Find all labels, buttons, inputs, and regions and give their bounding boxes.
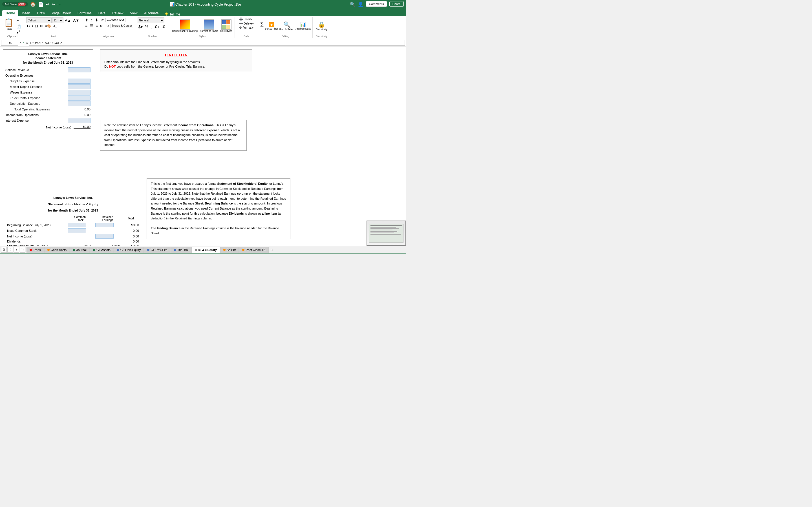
truck-rental-input[interactable] [68, 96, 91, 101]
sheet-tab-journal[interactable]: Journal [70, 247, 90, 253]
add-sheet-button[interactable]: + [269, 247, 276, 253]
home-icon[interactable]: 🏠 [30, 2, 36, 7]
sheet-tab-gl-assets[interactable]: GL Assets [90, 247, 114, 253]
cell-styles-button[interactable]: Cell Styles [220, 19, 233, 33]
align-middle-button[interactable]: ↕ [90, 17, 94, 22]
sheet-tab-balsht[interactable]: BalSht [220, 247, 239, 253]
sheet-tab-post-close[interactable]: Post Close TB [239, 247, 268, 253]
italic-button[interactable]: I [31, 24, 34, 29]
font-size-select[interactable]: 11 [52, 17, 63, 23]
sheet-tab-gl-rev[interactable]: GL Rev-Exp [144, 247, 170, 253]
sensitivity-button[interactable]: 🔒 Sensitivity [316, 17, 327, 34]
tab-pagelayout[interactable]: Page Layout [48, 10, 74, 16]
format-as-table-label: Format as Table [200, 30, 218, 33]
delete-button[interactable]: ➖Delete▾ [239, 22, 254, 25]
increase-decimal-button[interactable]: .0+ [153, 24, 160, 29]
sheet-nav-next[interactable]: ⟩ [13, 247, 19, 252]
number-format-select[interactable]: General [138, 17, 164, 23]
equity-beginning-retained-input[interactable] [95, 223, 114, 227]
tab-view[interactable]: View [127, 10, 141, 16]
analyze-data-button[interactable]: 📊 Analyze Data [296, 22, 311, 30]
indent-increase-button[interactable]: ⇥ [105, 23, 110, 28]
sum-button[interactable]: Σ▾ [260, 21, 264, 31]
align-top-button[interactable]: ⬆ [84, 17, 89, 22]
autosave-badge[interactable]: AutoSave OFF [2, 2, 28, 6]
sheet-tab-trial-bal[interactable]: Trial Bal [171, 247, 192, 253]
conditional-formatting-button[interactable]: Conditional Formatting [171, 19, 198, 33]
interest-expense-input[interactable] [68, 118, 91, 123]
equity-issue-common-input[interactable] [68, 228, 86, 233]
find-select-button[interactable]: 🔍 Find & Select [280, 21, 295, 31]
fill-color-button[interactable]: A🎨 [44, 24, 52, 28]
insert-function-icon[interactable]: fx [26, 41, 28, 45]
indent-decrease-button[interactable]: ⇤ [99, 23, 104, 28]
sheet-tab-gl-liab[interactable]: GL Liab-Equity [114, 247, 144, 253]
sheet-nav-first[interactable]: ⟨⟨ [1, 247, 7, 252]
wrap-text-button[interactable]: ⟺Wrap Text [105, 18, 125, 22]
comments-button[interactable]: Comments [366, 1, 387, 7]
sheet-nav-last[interactable]: ⟩⟩ [20, 247, 26, 252]
wages-expense-input[interactable] [68, 90, 91, 95]
more-icon[interactable]: ··· [57, 2, 61, 6]
tab-draw[interactable]: Draw [34, 10, 48, 16]
sort-filter-button[interactable]: 🔽 Sort & Filter [265, 22, 278, 30]
tab-automate[interactable]: Automate [141, 10, 162, 16]
tab-data[interactable]: Data [95, 10, 109, 16]
gl-rev-tab-dot [147, 249, 149, 251]
share-button[interactable]: Share [389, 1, 404, 7]
bold-button[interactable]: B [26, 24, 31, 29]
sheet-tab-trans[interactable]: Trans [27, 247, 44, 253]
increase-font-button[interactable]: A▲ [64, 18, 72, 23]
format-button[interactable]: ⚙Format▾ [239, 26, 254, 30]
align-center-button[interactable]: ☰ [89, 23, 94, 28]
cut-button[interactable]: ✂ [15, 18, 22, 23]
decrease-font-button[interactable]: A▼ [72, 18, 80, 23]
align-right-button[interactable]: ≡ [95, 23, 99, 28]
confirm-formula-icon[interactable]: ✓ [22, 41, 25, 45]
service-revenue-input[interactable] [68, 67, 91, 72]
mower-repair-input[interactable] [68, 84, 91, 89]
cancel-formula-icon[interactable]: ✕ [19, 41, 22, 45]
border-button[interactable]: ⊞ [39, 24, 43, 28]
tab-review[interactable]: Review [109, 10, 126, 16]
save-icon[interactable]: 📄 [38, 2, 44, 7]
account-icon[interactable]: 👤 [358, 2, 363, 7]
formula-input[interactable] [29, 40, 405, 46]
orientation-button[interactable]: ⟳ [100, 17, 105, 22]
search-icon[interactable]: 🔍 [350, 2, 356, 7]
font-color-button[interactable]: A_ [52, 24, 58, 28]
name-box[interactable] [1, 40, 18, 46]
equity-beginning-common-input[interactable] [68, 223, 86, 227]
tab-formulas[interactable]: Formulas [74, 10, 95, 16]
align-bottom-button[interactable]: ⬇ [94, 17, 99, 22]
is-row-mower: Mower Repair Expense [5, 84, 91, 90]
tell-me[interactable]: 💡 Tell me [162, 12, 183, 16]
underline-button[interactable]: U [35, 24, 39, 29]
percent-button[interactable]: % [144, 24, 149, 29]
is-row-income-operations: Income from Operations 0.00 [5, 112, 91, 118]
depreciation-expense-input[interactable] [68, 101, 91, 106]
font-family-select[interactable]: Calibri [26, 17, 52, 23]
comma-button[interactable]: , [150, 24, 153, 29]
copy-button[interactable]: 📄 [15, 24, 22, 29]
paste-button[interactable]: 📋 Paste [3, 17, 14, 31]
merge-center-button[interactable]: Merge & Center [110, 24, 133, 28]
sheet-tab-is-sequity[interactable]: IS & SEquity [192, 247, 220, 253]
decrease-decimal-button[interactable]: .0- [161, 24, 167, 29]
currency-button[interactable]: $▾ [138, 24, 144, 29]
format-as-table-button[interactable]: Format as Table [199, 19, 218, 33]
tab-insert[interactable]: Insert [18, 10, 34, 16]
redo-icon[interactable]: ↪ [52, 2, 55, 6]
sheet-nav-prev[interactable]: ⟨ [7, 247, 13, 252]
align-left-button[interactable]: ≡ [84, 23, 88, 28]
tab-home[interactable]: Home [2, 10, 18, 16]
supplies-expense-input[interactable] [68, 78, 91, 83]
format-painter-button[interactable]: 🖌 [15, 29, 22, 34]
undo-icon[interactable]: ↩ [46, 2, 49, 6]
insert-button[interactable]: ➕Insert▾ [239, 17, 254, 21]
autosave-state[interactable]: OFF [18, 3, 26, 6]
sheet-tab-chart-accts[interactable]: Chart Accts [44, 247, 70, 253]
is-title3: for the Month Ended July 31, 2023 [5, 61, 91, 65]
equity-net-income-retained-input[interactable] [95, 234, 114, 238]
income-operations-value: 0.00 [73, 113, 91, 117]
